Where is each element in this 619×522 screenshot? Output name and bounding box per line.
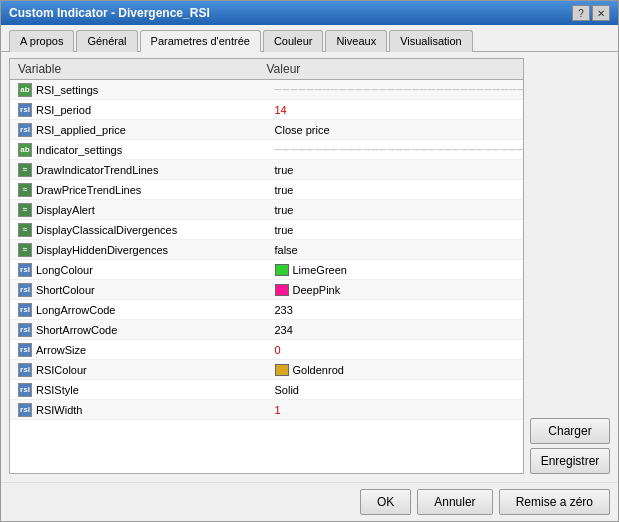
variable-name: LongColour bbox=[36, 264, 93, 276]
rsi-icon: rsi bbox=[18, 383, 32, 397]
variable-value: true bbox=[275, 224, 294, 236]
table-row[interactable]: rsiShortArrowCode234 bbox=[10, 320, 523, 340]
table-row[interactable]: rsiRSIColourGoldenrod bbox=[10, 360, 523, 380]
variable-value: true bbox=[275, 204, 294, 216]
cell-value: Goldenrod bbox=[267, 362, 524, 378]
rsi-icon: rsi bbox=[18, 403, 32, 417]
color-swatch bbox=[275, 284, 289, 296]
zigzag-icon: ≈ bbox=[18, 203, 32, 217]
table-row[interactable]: abRSI_settings──────────────────────────… bbox=[10, 80, 523, 100]
table-row[interactable]: ≈DisplayClassicalDivergencestrue bbox=[10, 220, 523, 240]
table-row[interactable]: rsiLongArrowCode233 bbox=[10, 300, 523, 320]
zigzag-icon: ≈ bbox=[18, 183, 32, 197]
variable-name: RSI_applied_price bbox=[36, 124, 126, 136]
zigzag-icon: ≈ bbox=[18, 223, 32, 237]
cell-name: rsiLongColour bbox=[10, 261, 267, 279]
variable-value: true bbox=[275, 164, 294, 176]
close-button[interactable]: ✕ bbox=[592, 5, 610, 21]
cell-value: 1 bbox=[267, 402, 524, 418]
table-row[interactable]: abIndicator_settings────────────────────… bbox=[10, 140, 523, 160]
rsi-icon: rsi bbox=[18, 283, 32, 297]
column-value: Valeur bbox=[267, 62, 516, 76]
tab-visualisation[interactable]: Visualisation bbox=[389, 30, 473, 52]
cell-name: rsiShortArrowCode bbox=[10, 321, 267, 339]
tab-parametres-d-entr-e[interactable]: Parametres d'entrée bbox=[140, 30, 261, 52]
rsi-icon: rsi bbox=[18, 343, 32, 357]
cell-value: 234 bbox=[267, 322, 524, 338]
cell-name: abIndicator_settings bbox=[10, 141, 267, 159]
table-row[interactable]: rsiShortColourDeepPink bbox=[10, 280, 523, 300]
main-window: Custom Indicator - Divergence_RSI ? ✕ A … bbox=[0, 0, 619, 522]
parameters-panel: Variable Valeur abRSI_settings──────────… bbox=[9, 58, 524, 474]
cell-name: ≈DrawPriceTrendLines bbox=[10, 181, 267, 199]
cell-name: rsiRSIWidth bbox=[10, 401, 267, 419]
variable-name: DisplayClassicalDivergences bbox=[36, 224, 177, 236]
variable-value: 233 bbox=[275, 304, 293, 316]
tab-niveaux[interactable]: Niveaux bbox=[325, 30, 387, 52]
annuler-button[interactable]: Annuler bbox=[417, 489, 492, 515]
rsi-icon: rsi bbox=[18, 363, 32, 377]
cell-value: true bbox=[267, 222, 524, 238]
table-row[interactable]: ≈DrawPriceTrendLinestrue bbox=[10, 180, 523, 200]
table-row[interactable]: rsiArrowSize0 bbox=[10, 340, 523, 360]
tab-a-propos[interactable]: A propos bbox=[9, 30, 74, 52]
color-swatch bbox=[275, 364, 289, 376]
table-row[interactable]: rsiRSIStyleSolid bbox=[10, 380, 523, 400]
cell-name: abRSI_settings bbox=[10, 81, 267, 99]
cell-value: LimeGreen bbox=[267, 262, 524, 278]
cell-value: 14 bbox=[267, 102, 524, 118]
remise-button[interactable]: Remise a zéro bbox=[499, 489, 610, 515]
cell-name: rsiShortColour bbox=[10, 281, 267, 299]
cell-value: true bbox=[267, 182, 524, 198]
variable-value: Goldenrod bbox=[293, 364, 344, 376]
variable-value: DeepPink bbox=[293, 284, 341, 296]
variable-name: DrawIndicatorTrendLines bbox=[36, 164, 158, 176]
variable-name: RSIStyle bbox=[36, 384, 79, 396]
table-body: abRSI_settings──────────────────────────… bbox=[10, 80, 523, 473]
cell-value: true bbox=[267, 202, 524, 218]
variable-value: Solid bbox=[275, 384, 299, 396]
variable-name: RSI_period bbox=[36, 104, 91, 116]
zigzag-icon: ≈ bbox=[18, 163, 32, 177]
table-row[interactable]: rsiRSIWidth1 bbox=[10, 400, 523, 420]
cell-name: rsiArrowSize bbox=[10, 341, 267, 359]
variable-name: ShortColour bbox=[36, 284, 95, 296]
cell-name: ≈DisplayClassicalDivergences bbox=[10, 221, 267, 239]
cell-name: rsiRSIColour bbox=[10, 361, 267, 379]
ok-button[interactable]: OK bbox=[360, 489, 411, 515]
help-button[interactable]: ? bbox=[572, 5, 590, 21]
variable-value: 0 bbox=[275, 344, 281, 356]
footer: OK Annuler Remise a zéro bbox=[1, 482, 618, 521]
window-title: Custom Indicator - Divergence_RSI bbox=[9, 6, 210, 20]
table-row[interactable]: ≈DisplayHiddenDivergencesfalse bbox=[10, 240, 523, 260]
table-row[interactable]: rsiLongColourLimeGreen bbox=[10, 260, 523, 280]
cell-value: ────────────────────────────────────────… bbox=[267, 142, 524, 157]
variable-value: Close price bbox=[275, 124, 330, 136]
cell-value: 0 bbox=[267, 342, 524, 358]
tab-couleur[interactable]: Couleur bbox=[263, 30, 324, 52]
variable-name: RSIColour bbox=[36, 364, 87, 376]
variable-name: LongArrowCode bbox=[36, 304, 116, 316]
title-bar: Custom Indicator - Divergence_RSI ? ✕ bbox=[1, 1, 618, 25]
variable-name: ShortArrowCode bbox=[36, 324, 117, 336]
cell-value: Close price bbox=[267, 122, 524, 138]
content-area: Variable Valeur abRSI_settings──────────… bbox=[1, 52, 618, 482]
rsi-icon: rsi bbox=[18, 123, 32, 137]
table-row[interactable]: ≈DisplayAlerttrue bbox=[10, 200, 523, 220]
tab-g-n-ral[interactable]: Général bbox=[76, 30, 137, 52]
table-row[interactable]: rsiRSI_applied_priceClose price bbox=[10, 120, 523, 140]
variable-value: true bbox=[275, 184, 294, 196]
enregistrer-button[interactable]: Enregistrer bbox=[530, 448, 610, 474]
cell-value: false bbox=[267, 242, 524, 258]
table-header: Variable Valeur bbox=[10, 59, 523, 80]
cell-value: ────────────────────────────────────────… bbox=[267, 82, 524, 97]
charger-button[interactable]: Charger bbox=[530, 418, 610, 444]
table-row[interactable]: ≈DrawIndicatorTrendLinestrue bbox=[10, 160, 523, 180]
variable-value: ────────────────────────────────────────… bbox=[275, 84, 524, 95]
cell-name: rsiLongArrowCode bbox=[10, 301, 267, 319]
tab-bar: A proposGénéralParametres d'entréeCouleu… bbox=[1, 25, 618, 52]
table-row[interactable]: rsiRSI_period14 bbox=[10, 100, 523, 120]
variable-name: DisplayAlert bbox=[36, 204, 95, 216]
variable-name: RSIWidth bbox=[36, 404, 82, 416]
window-controls: ? ✕ bbox=[572, 5, 610, 21]
